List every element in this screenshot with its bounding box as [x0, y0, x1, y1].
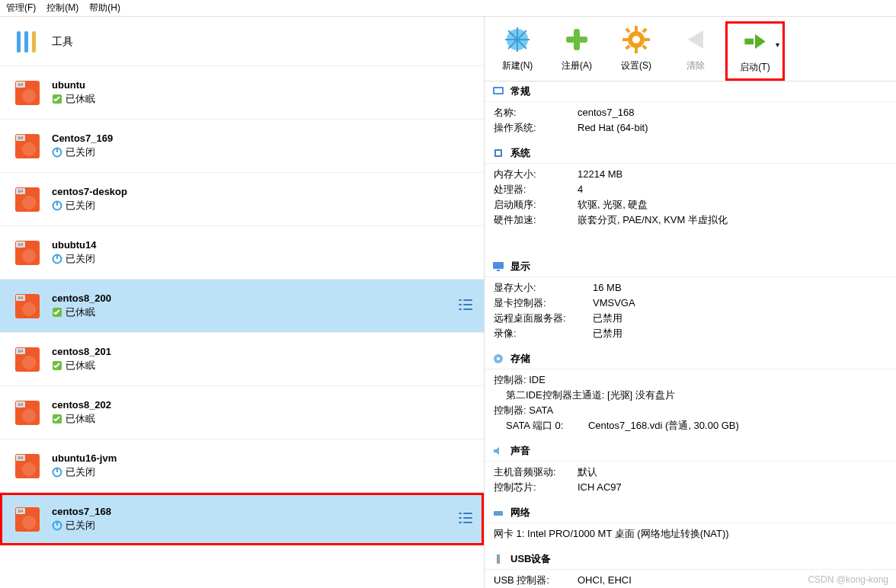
tools-label: 工具: [52, 35, 73, 49]
system-body: 内存大小:12214 MB 处理器:4 启动顺序:软驱, 光驱, 硬盘 硬件加速…: [485, 164, 896, 235]
svg-text:64: 64: [18, 136, 24, 140]
menu-control[interactable]: 控制(M): [46, 2, 78, 14]
vm-state: 已关闭: [66, 199, 95, 213]
section-display[interactable]: 显示: [485, 257, 896, 277]
vm-state: 已关闭: [66, 465, 95, 479]
chevron-down-icon[interactable]: ▾: [776, 40, 779, 49]
svg-rect-81: [744, 39, 754, 45]
svg-point-23: [22, 249, 36, 263]
menu-help[interactable]: 帮助(H): [89, 2, 120, 14]
group-indicator-icon[interactable]: [456, 510, 473, 529]
power-off-icon: [52, 200, 62, 211]
vm-item-ubuntu[interactable]: 64ubuntu已休眠: [0, 66, 484, 119]
power-off-icon: [52, 147, 62, 158]
vm-name: centos7_168: [52, 506, 111, 517]
svg-text:64: 64: [18, 455, 24, 460]
plus-icon: [562, 24, 592, 55]
disk-icon: [492, 353, 504, 365]
svg-point-50: [22, 462, 36, 476]
new-button[interactable]: 新建(N): [488, 21, 547, 81]
left-panel: 工具 64ubuntu已休眠64Centos7_169已关闭64centos7-…: [0, 17, 485, 588]
svg-text:64: 64: [18, 82, 24, 87]
svg-rect-79: [642, 27, 647, 33]
vm-state: 已休眠: [66, 305, 95, 319]
tools-icon: [14, 27, 44, 57]
discard-arrow-icon: [680, 24, 711, 55]
vm-name: ubuntu: [52, 79, 95, 91]
svg-rect-85: [496, 151, 501, 155]
vm-os-icon: 64: [15, 187, 40, 212]
vm-os-icon: 64: [15, 134, 40, 158]
svg-point-6: [22, 89, 36, 103]
chip-icon: [492, 147, 504, 159]
vm-item-centos7-deskop[interactable]: 64centos7-deskop已关闭: [0, 172, 484, 225]
menu-manage[interactable]: 管理(F): [6, 2, 36, 14]
svg-rect-2: [32, 31, 36, 53]
svg-rect-90: [494, 511, 503, 516]
svg-rect-87: [497, 270, 500, 271]
vm-os-icon: 64: [15, 347, 40, 372]
section-general[interactable]: 常规: [485, 81, 896, 102]
start-arrow-icon: [740, 27, 770, 56]
vm-item-centos7_168[interactable]: 64centos7_168已关闭: [0, 492, 484, 545]
vm-item-ubuntu16-jvm[interactable]: 64ubuntu16-jvm已关闭: [0, 439, 484, 492]
general-body: 名称:centos7_168 操作系统:Red Hat (64-bit): [485, 102, 896, 143]
vm-name: ubuntu16-jvm: [52, 452, 117, 464]
section-usb[interactable]: USB设备: [485, 549, 896, 570]
svg-text:64: 64: [18, 509, 24, 513]
vm-item-centos8_200[interactable]: 64centos8_200已休眠: [0, 279, 484, 332]
section-audio[interactable]: 声音: [485, 441, 896, 462]
tools-item[interactable]: 工具: [0, 17, 484, 66]
svg-rect-0: [17, 31, 21, 53]
settings-button[interactable]: 设置(S): [606, 21, 666, 81]
svg-rect-71: [566, 37, 587, 43]
vm-item-ububtu14[interactable]: 64ububtu14已关闭: [0, 225, 484, 279]
svg-text:64: 64: [18, 349, 24, 353]
svg-point-89: [497, 357, 500, 360]
saved-state-icon: [52, 307, 62, 318]
vm-os-icon: 64: [15, 401, 40, 425]
section-network[interactable]: 网络: [485, 503, 896, 523]
menubar: 管理(F) 控制(M) 帮助(H): [0, 0, 896, 17]
vm-name: ububtu14: [52, 239, 97, 251]
network-icon: [492, 507, 504, 519]
section-storage[interactable]: 存储: [485, 349, 896, 369]
watermark: CSDN @kong-kong: [808, 574, 888, 585]
display-icon: [492, 260, 504, 273]
add-label: 注册(A): [562, 59, 592, 72]
settings-label: 设置(S): [621, 59, 651, 72]
storage-body: 控制器: IDE 第二IDE控制器主通道: [光驱] 没有盘片 控制器: SAT…: [485, 369, 896, 441]
vm-name: Centos7_169: [52, 133, 113, 144]
vm-state: 已休眠: [66, 412, 95, 426]
audio-body: 主机音频驱动:默认 控制芯片:ICH AC97: [485, 462, 896, 503]
new-label: 新建(N): [502, 59, 533, 72]
svg-rect-76: [644, 38, 650, 41]
svg-text:64: 64: [18, 189, 24, 193]
network-body: 网卡 1: Intel PRO/1000 MT 桌面 (网络地址转换(NAT)): [485, 523, 896, 549]
svg-point-17: [22, 196, 36, 209]
svg-rect-75: [622, 38, 629, 41]
svg-text:64: 64: [18, 296, 24, 300]
vm-item-centos8_201[interactable]: 64centos8_201已休眠: [0, 332, 484, 385]
svg-rect-1: [24, 31, 28, 53]
group-indicator-icon[interactable]: [456, 296, 473, 315]
section-system[interactable]: 系统: [485, 143, 896, 164]
vm-name: centos7-deskop: [52, 186, 127, 197]
vm-item-Centos7_169[interactable]: 64Centos7_169已关闭: [0, 119, 484, 172]
saved-state-icon: [52, 360, 62, 371]
monitor-icon: [492, 85, 504, 97]
vm-item-centos8_202[interactable]: 64centos8_202已休眠: [0, 385, 484, 439]
svg-rect-73: [635, 26, 638, 32]
saved-state-icon: [52, 94, 62, 104]
power-off-icon: [52, 467, 62, 478]
svg-rect-74: [635, 47, 638, 53]
add-button[interactable]: 注册(A): [547, 21, 606, 81]
vm-state: 已休眠: [66, 92, 95, 106]
discard-button[interactable]: 清除: [666, 21, 725, 81]
speaker-icon: [492, 445, 504, 457]
vm-os-icon: 64: [15, 507, 40, 532]
start-button[interactable]: 启动(T) ▾: [725, 21, 785, 81]
svg-point-45: [22, 409, 36, 423]
usb-icon: [492, 553, 504, 565]
right-panel: 新建(N) 注册(A) 设置(S) 清除 启动(T) ▾: [485, 17, 896, 588]
